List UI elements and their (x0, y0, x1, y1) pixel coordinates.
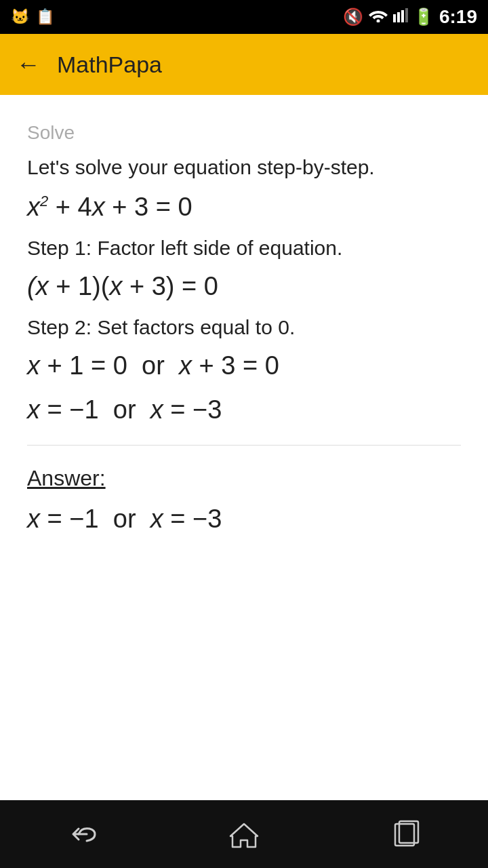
original-equation: x2 + 4x + 3 = 0 (27, 193, 461, 222)
factored-equation: (x + 1)(x + 3) = 0 (27, 272, 461, 301)
bottom-nav (0, 800, 488, 868)
step1-label: Step 1: Factor left side of equation. (27, 237, 461, 260)
status-icons-left: 🐱 📋 (11, 8, 54, 26)
svg-rect-1 (393, 14, 396, 22)
svg-rect-2 (397, 12, 400, 22)
status-icons-right: 🔇 🔋 6:19 (343, 6, 477, 28)
answer-value: x = −1 or x = −3 (27, 505, 461, 534)
main-content: Solve Let's solve your equation step-by-… (0, 95, 488, 800)
intro-text: Let's solve your equation step-by-step. (27, 156, 461, 179)
svg-rect-4 (405, 8, 408, 22)
cat-icon: 🐱 (11, 8, 29, 26)
svg-point-0 (376, 20, 380, 23)
step2-label: Step 2: Set factors equal to 0. (27, 316, 461, 339)
svg-rect-3 (401, 10, 404, 22)
app-title: MathPapa (57, 52, 162, 78)
set-factors: x + 1 = 0 or x + 3 = 0 (27, 351, 461, 380)
task-icon: 📋 (36, 8, 54, 26)
nav-recent-button[interactable] (380, 814, 434, 854)
app-bar: ← MathPapa (0, 34, 488, 95)
status-bar: 🐱 📋 🔇 🔋 6:19 (0, 0, 488, 34)
wifi-icon (369, 7, 388, 26)
nav-home-button[interactable] (217, 814, 271, 854)
status-time: 6:19 (439, 6, 477, 28)
solutions: x = −1 or x = −3 (27, 395, 461, 425)
battery-icon: 🔋 (413, 7, 434, 26)
answer-label: Answer: (27, 466, 461, 491)
nav-back-button[interactable] (54, 814, 108, 854)
divider (27, 445, 461, 446)
mute-icon: 🔇 (343, 7, 363, 26)
signal-icon (393, 7, 408, 26)
solve-label: Solve (27, 122, 461, 144)
back-button[interactable]: ← (16, 50, 41, 79)
